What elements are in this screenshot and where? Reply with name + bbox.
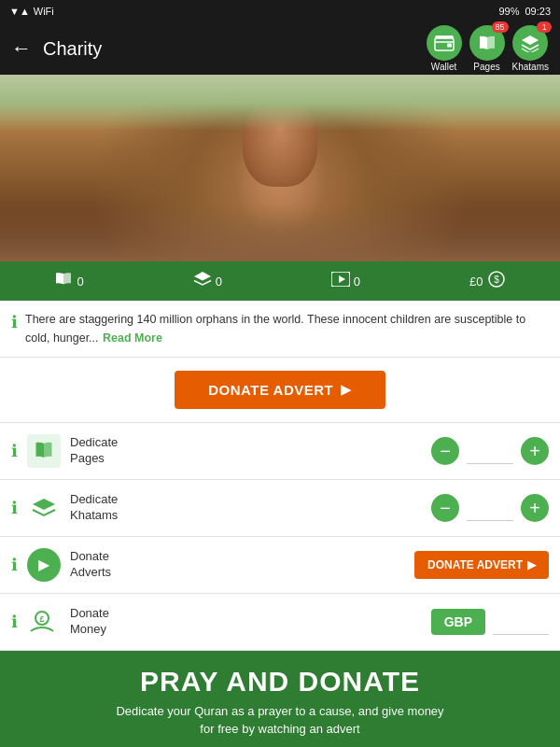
money-amount-input[interactable]	[493, 609, 549, 635]
svg-text:$: $	[494, 275, 499, 285]
adverts-donate-button[interactable]: DONATE ADVERT ▶	[414, 551, 549, 579]
adverts-label-block: Donate Adverts	[70, 549, 405, 581]
banner-subtitle: Dedicate your Quran as a prayer to a cau…	[19, 702, 541, 739]
stat-pages-value: 0	[77, 275, 83, 289]
quran-book-icon	[33, 440, 55, 462]
khatams-label: Khatams	[512, 62, 549, 72]
pages-info-icon[interactable]: ℹ	[11, 441, 18, 461]
money-hand-icon: £	[27, 605, 61, 639]
khatams-label-line1: Dedicate	[70, 492, 422, 508]
adverts-info-icon[interactable]: ℹ	[11, 555, 18, 575]
wallet-button[interactable]: Wallet	[427, 25, 462, 72]
pages-button[interactable]: 85 Pages	[469, 25, 505, 72]
khatams-badge: 1	[537, 21, 552, 33]
info-section: ℹ There are staggering 140 million orpha…	[0, 301, 560, 358]
donate-advert-label: DONATE ADVERT	[208, 382, 333, 398]
adverts-play-icon: ▶	[27, 548, 61, 582]
info-icon: ℹ	[11, 312, 18, 332]
khatams-button[interactable]: 1 Khatams	[512, 25, 549, 72]
stat-money-icon: $	[487, 270, 506, 292]
money-icon-svg: £	[29, 609, 59, 635]
stat-khatams-value: 0	[216, 275, 222, 289]
khatams-controls: − +	[431, 494, 549, 522]
khatams-label-line2: Khatams	[70, 508, 422, 524]
khatams-info-icon[interactable]: ℹ	[11, 498, 18, 518]
adverts-controls: DONATE ADVERT ▶	[414, 551, 549, 579]
pages-icon	[477, 34, 497, 52]
layers-stat-icon	[193, 271, 212, 288]
adverts-label-line1: Donate	[70, 549, 405, 565]
stat-money: £0 $	[469, 270, 505, 292]
svg-text:£: £	[39, 614, 44, 624]
book-icon	[54, 271, 73, 288]
money-label-line1: Donate	[70, 606, 422, 622]
khatams-input[interactable]	[467, 495, 513, 521]
money-label-line2: Money	[70, 622, 422, 638]
money-info-icon[interactable]: ℹ	[11, 612, 18, 632]
dedicate-pages-row: ℹ Dedicate Pages − +	[0, 423, 560, 480]
pages-label-block: Dedicate Pages	[70, 435, 422, 467]
khatams-icon-svg	[31, 497, 57, 519]
pages-controls: − +	[431, 437, 549, 465]
stat-adverts-value: 0	[354, 275, 360, 289]
stat-adverts: 0	[331, 272, 360, 290]
pages-label-line2: Pages	[70, 451, 422, 467]
status-bar-left: ▼▲ WiFi	[9, 6, 493, 17]
dedicate-khatams-row: ℹ Dedicate Khatams − +	[0, 480, 560, 537]
page-title: Charity	[43, 38, 427, 60]
khatams-icon	[520, 34, 540, 52]
signal-icon: ▼▲	[9, 6, 30, 17]
info-text: There are staggering 140 million orphans…	[25, 313, 525, 345]
stat-pages-icon	[54, 271, 73, 291]
stat-adverts-icon	[331, 272, 350, 290]
donate-money-row: ℹ £ Donate Money GBP	[0, 594, 560, 651]
wallet-label: Wallet	[431, 62, 456, 72]
pages-label-line1: Dedicate	[70, 435, 422, 451]
svg-marker-3	[339, 275, 345, 283]
info-text-block: There are staggering 140 million orphans…	[25, 310, 549, 347]
pages-input[interactable]	[467, 438, 513, 464]
wallet-icon-circle	[427, 25, 462, 61]
donate-advert-button[interactable]: DONATE ADVERT ▶	[175, 371, 385, 409]
pages-label: Pages	[473, 62, 499, 72]
read-more-link[interactable]: Read More	[103, 331, 162, 345]
pages-badge: 85	[492, 21, 509, 33]
adverts-donate-play: ▶	[527, 558, 536, 571]
adverts-label-line2: Adverts	[70, 565, 405, 581]
toolbar-actions: Wallet 85 Pages 1	[427, 25, 549, 72]
money-label-block: Donate Money	[70, 606, 422, 638]
bottom-banner: PRAY AND DONATE Dedicate your Quran as a…	[0, 651, 560, 748]
money-controls: GBP	[431, 609, 549, 635]
play-stat-icon	[331, 272, 350, 287]
khatams-plus-button[interactable]: +	[521, 494, 549, 522]
battery-status: 99%	[498, 6, 519, 17]
time-display: 09:23	[525, 6, 551, 17]
adverts-donate-label: DONATE ADVERT	[427, 558, 523, 571]
pages-minus-button[interactable]: −	[431, 437, 459, 465]
stat-khatams: 0	[193, 271, 222, 291]
pages-quran-icon	[27, 434, 61, 468]
hero-tents	[0, 205, 560, 261]
gbp-button[interactable]: GBP	[431, 609, 485, 635]
status-bar: ▼▲ WiFi 99% 09:23	[0, 0, 560, 22]
donate-adverts-row: ℹ ▶ Donate Adverts DONATE ADVERT ▶	[0, 537, 560, 594]
khatams-label-block: Dedicate Khatams	[70, 492, 422, 524]
coin-icon: $	[487, 270, 506, 289]
stat-pages: 0	[54, 271, 83, 291]
toolbar: ← Charity Wallet 85	[0, 22, 560, 75]
banner-title: PRAY AND DONATE	[19, 666, 541, 697]
svg-rect-1	[447, 44, 452, 48]
stat-khatams-icon	[193, 271, 212, 291]
stats-bar: 0 0 0 £0 $	[0, 261, 560, 301]
khatams-minus-button[interactable]: −	[431, 494, 459, 522]
stat-money-value: £0	[469, 275, 483, 289]
khatams-layers-icon	[27, 491, 61, 525]
wallet-icon	[434, 35, 455, 51]
pages-icon-circle: 85	[469, 25, 505, 61]
donate-play-icon: ▶	[341, 382, 352, 397]
back-button[interactable]: ←	[11, 36, 32, 61]
wifi-icon: WiFi	[34, 6, 54, 17]
pages-plus-button[interactable]: +	[521, 437, 549, 465]
hero-image	[0, 75, 560, 261]
donate-advert-section: DONATE ADVERT ▶	[0, 358, 560, 423]
